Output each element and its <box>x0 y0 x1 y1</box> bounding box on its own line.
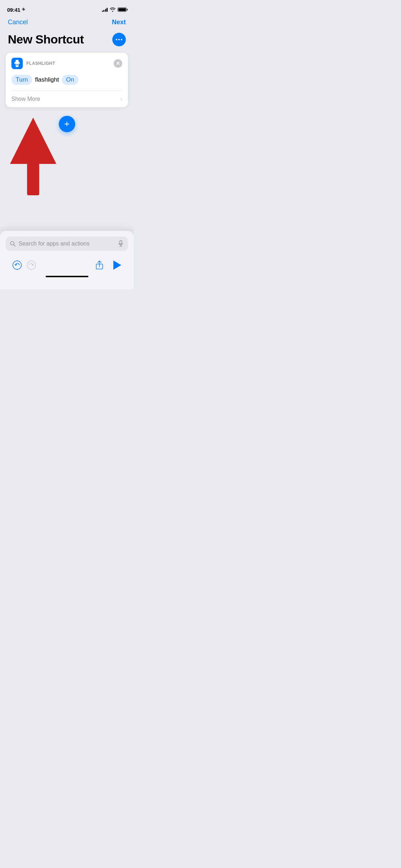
bottom-toolbar <box>6 257 128 272</box>
svg-rect-0 <box>16 60 19 62</box>
plus-icon: + <box>64 119 70 128</box>
more-options-button[interactable] <box>112 33 126 46</box>
more-dot <box>121 39 122 40</box>
search-icon <box>10 241 16 247</box>
svg-point-11 <box>13 261 21 269</box>
card-category-label: FLASHLIGHT <box>26 61 55 66</box>
cancel-button[interactable]: Cancel <box>8 19 28 26</box>
status-bar: 09:41 <box>0 0 134 16</box>
status-icons <box>102 7 127 12</box>
page-header: New Shortcut <box>0 31 134 53</box>
svg-rect-8 <box>120 241 122 244</box>
card-header: FLASHLIGHT ✕ <box>6 53 128 73</box>
page-title: New Shortcut <box>8 32 84 46</box>
home-indicator <box>46 276 88 277</box>
card-action-row: Turn flashlight On <box>6 73 128 91</box>
flashlight-card: FLASHLIGHT ✕ Turn flashlight On Show Mor… <box>6 53 128 107</box>
chevron-right-icon: › <box>120 96 122 102</box>
search-placeholder: Search for apps and actions <box>19 241 115 247</box>
undo-button[interactable] <box>10 258 24 272</box>
svg-point-12 <box>27 261 36 269</box>
svg-line-7 <box>14 245 16 247</box>
location-icon <box>22 7 25 12</box>
search-bar[interactable]: Search for apps and actions <box>6 237 128 251</box>
more-dot <box>118 39 120 40</box>
show-more-row[interactable]: Show More › <box>6 91 128 107</box>
more-dot <box>116 39 117 40</box>
share-button[interactable] <box>92 258 107 272</box>
close-card-button[interactable]: ✕ <box>114 59 122 68</box>
next-button[interactable]: Next <box>112 19 126 26</box>
annotation-arrow <box>10 118 56 203</box>
svg-marker-1 <box>14 62 20 64</box>
svg-marker-5 <box>10 118 56 164</box>
action-turn-pill[interactable]: Turn <box>11 75 32 85</box>
run-shortcut-button[interactable] <box>109 258 124 272</box>
play-icon <box>113 260 121 270</box>
status-time: 09:41 <box>7 7 20 13</box>
show-more-label: Show More <box>11 96 40 102</box>
mic-icon[interactable] <box>118 240 124 247</box>
svg-point-3 <box>16 64 18 66</box>
bottom-sheet: Search for apps and actions <box>0 231 134 289</box>
flashlight-icon <box>11 58 23 69</box>
add-action-button[interactable]: + <box>59 116 75 132</box>
action-flashlight-text: flashlight <box>35 76 59 83</box>
battery-icon <box>118 7 127 12</box>
wifi-icon <box>110 7 115 12</box>
action-on-pill[interactable]: On <box>62 75 78 85</box>
nav-bar: Cancel Next <box>0 16 134 31</box>
redo-button[interactable] <box>24 258 38 272</box>
signal-icon <box>102 7 108 12</box>
